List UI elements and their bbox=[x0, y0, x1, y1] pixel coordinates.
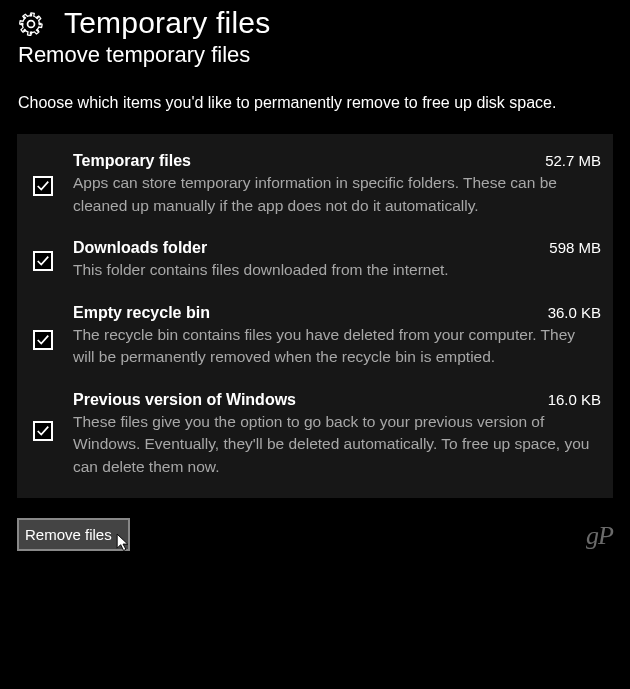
checkbox-temporary-files[interactable] bbox=[33, 176, 53, 196]
item-size: 36.0 KB bbox=[548, 304, 601, 321]
item-description: These files give you the option to go ba… bbox=[73, 411, 601, 478]
gear-icon bbox=[18, 11, 44, 37]
item-size: 52.7 MB bbox=[545, 152, 601, 169]
item-description: Apps can store temporary information in … bbox=[73, 172, 601, 217]
checkbox-downloads-folder[interactable] bbox=[33, 251, 53, 271]
item-description: The recycle bin contains files you have … bbox=[73, 324, 601, 369]
item-title: Previous version of Windows bbox=[73, 391, 296, 409]
items-panel: Temporary files 52.7 MB Apps can store t… bbox=[17, 134, 613, 498]
svg-point-0 bbox=[28, 21, 35, 28]
list-item: Downloads folder 598 MB This folder cont… bbox=[33, 239, 601, 281]
item-title: Empty recycle bin bbox=[73, 304, 210, 322]
remove-files-label: Remove files bbox=[25, 526, 112, 543]
page-title: Temporary files bbox=[64, 6, 270, 40]
list-item: Previous version of Windows 16.0 KB Thes… bbox=[33, 391, 601, 478]
item-description: This folder contains files downloaded fr… bbox=[73, 259, 601, 281]
remove-files-button[interactable]: Remove files bbox=[17, 518, 130, 551]
item-size: 598 MB bbox=[549, 239, 601, 256]
page-subtitle: Remove temporary files bbox=[0, 40, 630, 68]
list-item: Empty recycle bin 36.0 KB The recycle bi… bbox=[33, 304, 601, 369]
cursor-icon bbox=[116, 533, 130, 551]
item-title: Temporary files bbox=[73, 152, 191, 170]
intro-text: Choose which items you'd like to permane… bbox=[0, 68, 630, 128]
item-title: Downloads folder bbox=[73, 239, 207, 257]
watermark: gP bbox=[586, 521, 613, 551]
checkbox-empty-recycle-bin[interactable] bbox=[33, 330, 53, 350]
checkbox-previous-windows[interactable] bbox=[33, 421, 53, 441]
item-size: 16.0 KB bbox=[548, 391, 601, 408]
list-item: Temporary files 52.7 MB Apps can store t… bbox=[33, 152, 601, 217]
